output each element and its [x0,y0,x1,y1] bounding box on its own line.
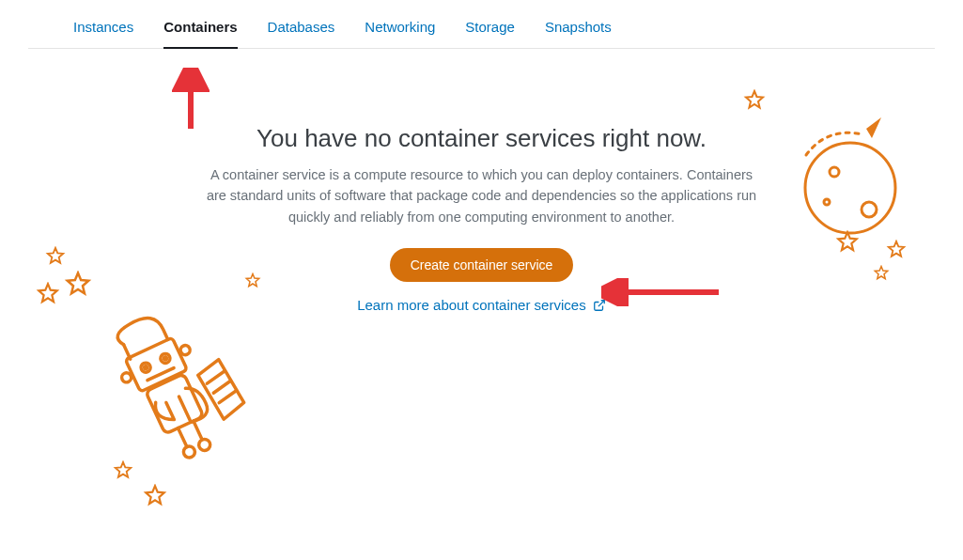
svg-point-10 [179,344,192,356]
tab-storage[interactable]: Storage [465,19,515,48]
tab-containers[interactable]: Containers [163,19,237,48]
star-icon [143,484,167,508]
svg-point-20 [830,167,839,177]
star-icon [45,246,66,267]
svg-line-12 [206,371,226,383]
star-icon [113,460,133,481]
tabs-nav: Instances Containers Databases Networkin… [28,0,935,49]
tab-snapshots[interactable]: Snapshots [545,19,612,48]
empty-description: A container service is a compute resourc… [191,164,773,227]
svg-point-4 [139,362,151,374]
svg-line-8 [148,368,174,381]
svg-rect-11 [146,374,204,434]
svg-point-6 [159,352,171,365]
star-icon [743,89,766,112]
star-icon [886,240,907,260]
svg-point-22 [824,199,830,205]
tab-databases[interactable]: Databases [268,19,335,48]
learn-more-link[interactable]: Learn more about container services [191,297,773,313]
svg-point-19 [805,143,895,233]
external-link-icon [593,299,606,312]
star-icon [835,230,860,255]
empty-heading: You have no container services right now… [191,124,773,153]
robot-illustration-icon [99,301,268,489]
svg-point-7 [163,356,167,360]
svg-point-18 [197,437,212,452]
create-container-service-button[interactable]: Create container service [390,248,574,282]
svg-point-17 [181,444,196,459]
svg-line-16 [194,421,202,440]
star-icon [36,282,60,306]
tab-instances[interactable]: Instances [73,19,133,48]
svg-line-13 [212,381,233,393]
svg-point-21 [862,202,877,217]
svg-point-9 [120,371,132,383]
svg-line-14 [218,391,239,403]
svg-rect-3 [125,337,187,392]
planet-illustration-icon [761,99,911,249]
empty-state-panel: You have no container services right now… [191,124,773,313]
learn-more-label: Learn more about container services [357,297,585,313]
star-icon [873,265,890,282]
star-icon [64,271,92,299]
svg-point-5 [144,366,148,369]
svg-line-0 [598,301,604,306]
tab-networking[interactable]: Networking [365,19,435,48]
svg-line-15 [179,428,187,447]
